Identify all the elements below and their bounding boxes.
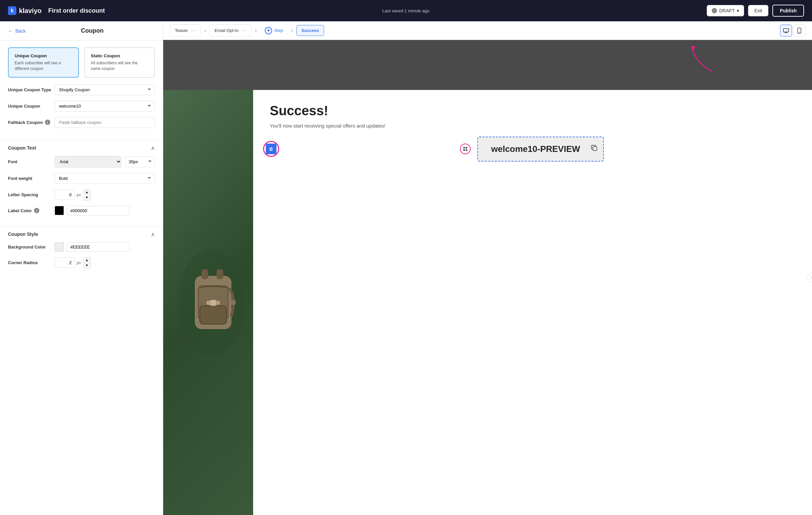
logo-mark: k (8, 6, 16, 15)
draft-label: DRAFT (719, 8, 735, 13)
coupon-style-title: Coupon Style (8, 231, 38, 237)
tab-teaser-label: Teaser (175, 28, 188, 33)
label-color-swatch[interactable] (55, 206, 64, 215)
unique-coupon-row: Unique Coupon welcome10 (8, 101, 155, 112)
sidebar-panel-title: Coupon (30, 27, 155, 34)
svg-rect-13 (200, 306, 227, 324)
label-color-row: Label Color i (8, 206, 155, 216)
coupon-type-section: Unique Coupon Each subscriber will see a… (0, 41, 163, 84)
label-color-info-icon[interactable]: i (34, 208, 39, 213)
font-label: Font (8, 159, 55, 164)
fallback-coupon-input[interactable] (55, 117, 155, 128)
draft-button[interactable]: DRAFT ▾ (707, 5, 744, 16)
font-weight-row: Font weight Bold (8, 173, 155, 184)
unique-coupon-description: Each subscriber will see a different cou… (14, 60, 72, 71)
coupon-style-section-body: Background Color Corner Radius px ▲ ▼ (0, 242, 163, 279)
back-link[interactable]: ← Back (8, 28, 26, 34)
view-toggle-group (780, 25, 805, 37)
back-label: Back (15, 28, 26, 34)
bg-color-swatch[interactable] (55, 242, 64, 252)
back-arrow-icon: ← (8, 28, 13, 34)
corner-radius-down-button[interactable]: ▼ (83, 263, 91, 268)
tab-email-opt-in[interactable]: Email Opt-In ⋯ (209, 24, 252, 37)
desktop-icon (783, 28, 789, 33)
letter-spacing-input[interactable] (55, 190, 75, 200)
fallback-coupon-row: Fallback Coupon i (8, 117, 155, 128)
font-family-select[interactable]: Arial (55, 156, 122, 168)
static-coupon-card[interactable]: Static Coupon All subscribers will see t… (84, 47, 155, 78)
corner-radius-input[interactable] (55, 258, 75, 268)
svg-rect-19 (463, 149, 465, 151)
font-row: Font Arial 30px (8, 156, 155, 168)
desktop-view-button[interactable] (780, 25, 792, 37)
trash-icon: 🗑 (266, 144, 277, 154)
bg-color-label: Background Color (8, 245, 55, 250)
font-weight-select[interactable]: Bold (55, 173, 155, 184)
coupon-preview-wrapper: 🗑 welcome10-PREVIEW (270, 137, 795, 162)
fallback-coupon-label: Fallback Coupon (8, 120, 43, 125)
preview-area: Teaser ⋯ › Email Opt-In ⋯ › + Step › Suc… (163, 21, 812, 515)
static-coupon-title: Static Coupon (91, 53, 149, 58)
header-left: k klaviyo First order discount (8, 6, 105, 15)
label-color-label-group: Label Color i (8, 208, 55, 213)
resize-handle (460, 144, 471, 154)
success-section: Success! You'll now start receiving spec… (253, 90, 812, 515)
tab-teaser[interactable]: Teaser ⋯ (170, 24, 201, 37)
svg-rect-21 (593, 147, 597, 150)
tab-email-opt-in-dots-icon[interactable]: ⋯ (241, 27, 246, 34)
letter-spacing-unit: px (77, 193, 81, 197)
svg-rect-10 (202, 269, 208, 279)
add-step-label: Step (274, 28, 283, 33)
coupon-preview-text: welcome10-PREVIEW (491, 144, 580, 154)
tab-success-label: Success (301, 28, 319, 33)
tab-teaser-dots-icon[interactable]: ⋯ (191, 27, 196, 34)
unique-coupon-type-row: Unique Coupon Type Shopify Coupon (8, 84, 155, 95)
letter-spacing-up-button[interactable]: ▲ (83, 190, 91, 195)
unique-coupon-type-control: Shopify Coupon (55, 84, 155, 95)
svg-rect-20 (466, 149, 467, 151)
coupon-style-section-header[interactable]: Coupon Style ∧ (0, 226, 163, 242)
font-control: Arial 30px (55, 156, 155, 168)
tab-arrow-3-icon: › (289, 26, 295, 35)
letter-spacing-control: px ▲ ▼ (55, 189, 155, 201)
coupon-type-row: Unique Coupon Each subscriber will see a… (8, 47, 155, 78)
coupon-text-title: Coupon Text (8, 145, 36, 150)
preview-image-area (163, 90, 260, 515)
exit-button[interactable]: Exit (748, 5, 768, 16)
tab-success[interactable]: Success (296, 25, 324, 36)
preview-page-wrapper: Success! You'll now start receiving spec… (163, 40, 812, 515)
draft-chevron-icon: ▾ (737, 8, 739, 13)
delete-coupon-button[interactable]: 🗑 (263, 141, 279, 157)
corner-radius-up-button[interactable]: ▲ (83, 258, 91, 263)
coupon-text-collapse-icon: ∧ (151, 145, 155, 151)
font-weight-label: Font weight (8, 176, 55, 181)
svg-rect-11 (216, 269, 223, 279)
copy-coupon-icon[interactable] (590, 144, 598, 153)
bg-color-input[interactable] (67, 242, 130, 252)
mobile-icon (798, 28, 801, 34)
fallback-coupon-info-icon[interactable]: i (45, 120, 50, 125)
unique-coupon-type-select[interactable]: Shopify Coupon (55, 84, 155, 95)
add-step-button[interactable]: + Step (260, 24, 288, 37)
label-color-input[interactable] (67, 206, 130, 216)
letter-spacing-row: Letter Spacing px ▲ ▼ (8, 189, 155, 201)
last-saved-label: Last saved 1 minute ago (382, 8, 430, 13)
coupon-style-collapse-icon: ∧ (151, 231, 155, 237)
page-title: First order discount (48, 7, 105, 14)
bg-color-control (55, 242, 155, 252)
letter-spacing-down-button[interactable]: ▼ (83, 195, 91, 200)
publish-button[interactable]: Publish (772, 5, 804, 17)
unique-coupon-card[interactable]: Unique Coupon Each subscriber will see a… (8, 47, 79, 78)
coupon-text-section-header[interactable]: Coupon Text ∧ (0, 140, 163, 156)
success-title: Success! (270, 103, 795, 118)
font-size-select[interactable]: 30px (125, 156, 155, 167)
mobile-view-button[interactable] (793, 25, 805, 37)
coupon-text-section-body: Font Arial 30px Font weight Bold (0, 156, 163, 226)
main-header: k klaviyo First order discount Last save… (0, 0, 812, 21)
coupon-preview-box: welcome10-PREVIEW (477, 137, 604, 162)
label-color-label: Label Color (8, 208, 32, 213)
bg-color-row: Background Color (8, 242, 155, 252)
unique-coupon-label: Unique Coupon (8, 104, 55, 109)
unique-coupon-select[interactable]: welcome10 (55, 101, 155, 112)
preview-content: Success! You'll now start receiving spec… (163, 40, 812, 515)
